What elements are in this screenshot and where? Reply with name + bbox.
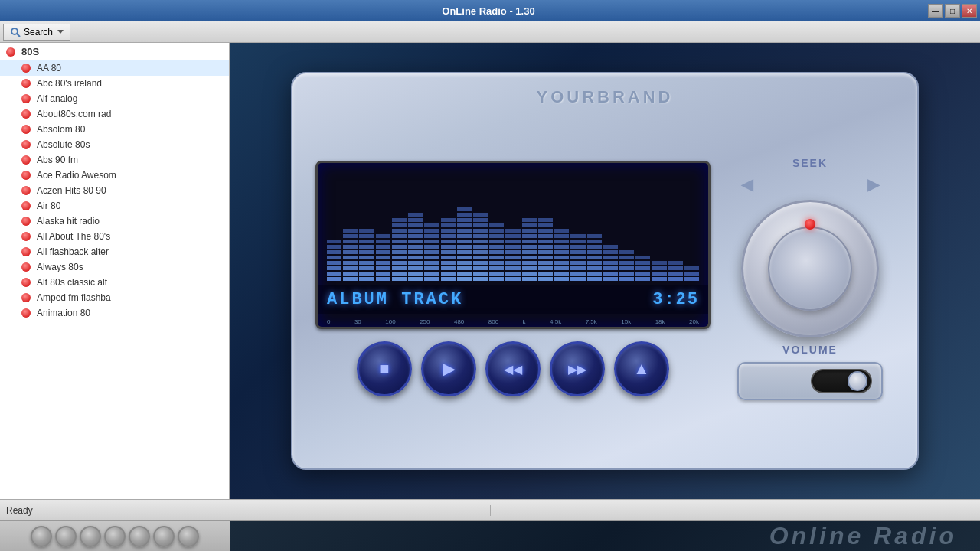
station-item[interactable]: Alt 80s classic alt [0, 275, 229, 290]
station-item[interactable]: Always 80s [0, 259, 229, 275]
eq-bar [652, 266, 666, 270]
eq-bar [424, 223, 439, 227]
status-left: Ready [0, 505, 491, 516]
station-dot [21, 278, 31, 287]
eq-bar [441, 272, 456, 276]
station-item[interactable]: About80s.com rad [0, 106, 229, 122]
eq-bar [619, 261, 634, 265]
eq-bar [570, 240, 585, 243]
bottom-knob [153, 526, 175, 547]
station-dot [21, 94, 31, 103]
eq-bar [587, 272, 602, 276]
station-item[interactable]: Alf analog [0, 91, 229, 106]
station-item[interactable]: All flashback alter [0, 244, 229, 259]
brand-label: YOURBRAND [537, 87, 674, 107]
eq-bar [522, 234, 537, 238]
category-dot [6, 47, 15, 57]
station-item[interactable]: Animation 80 [0, 305, 229, 321]
eq-bar [505, 229, 520, 233]
station-name: AA 80 [37, 63, 61, 73]
station-item[interactable]: Abs 90 fm [0, 152, 229, 168]
station-list-panel: 80S AA 80 Abc 80's ireland Alf analog Ab… [0, 43, 230, 499]
eq-bar [489, 240, 504, 243]
station-item[interactable]: Absolute 80s [0, 137, 229, 152]
eq-bar [343, 256, 358, 259]
station-item[interactable]: Amped fm flashba [0, 290, 229, 305]
maximize-button[interactable]: □ [945, 4, 960, 18]
eq-bar [554, 277, 569, 281]
track-time: 3:25 [652, 290, 699, 309]
stop-button[interactable]: ■ [357, 341, 412, 396]
station-dot [21, 293, 31, 302]
eq-bar-group [538, 218, 553, 282]
station-dot [21, 232, 31, 241]
station-dot [21, 247, 31, 256]
bottom-knob [104, 526, 126, 547]
eq-bar [392, 250, 407, 254]
station-item[interactable]: Aczen Hits 80 90 [0, 183, 229, 198]
eq-bar [538, 266, 553, 270]
station-item[interactable]: Air 80 [0, 198, 229, 214]
eq-bar [538, 240, 553, 243]
eq-bar [505, 261, 520, 265]
eq-bar-group [554, 229, 569, 282]
seek-arrows: ◀ ▶ [741, 175, 879, 194]
eq-bar [392, 277, 407, 281]
eq-bar [603, 245, 618, 249]
power-toggle[interactable] [811, 369, 872, 393]
eq-bar-group [441, 218, 456, 282]
station-item[interactable]: AA 80 [0, 60, 229, 76]
player-right: SEEK ◀ ▶ VOLUME [726, 157, 894, 400]
eq-bar [327, 240, 341, 243]
eq-bar [392, 256, 407, 259]
play-button[interactable]: ▶ [421, 341, 476, 396]
station-name: Alt 80s classic alt [37, 277, 107, 288]
eq-bar [538, 218, 553, 222]
eq-bar [554, 250, 569, 254]
eq-bar [457, 245, 472, 249]
station-dot [21, 308, 31, 318]
search-dropdown-arrow[interactable] [57, 30, 64, 34]
eq-bar-group [522, 218, 537, 282]
eq-bar [457, 277, 472, 281]
eq-bar [473, 272, 488, 276]
eq-bar [441, 240, 456, 243]
station-item[interactable]: Absolom 80 [0, 122, 229, 137]
eq-bar [457, 229, 472, 233]
play-icon: ▶ [443, 359, 456, 379]
eq-bar [570, 245, 585, 249]
eq-bar [522, 229, 537, 233]
minimize-button[interactable]: — [928, 4, 943, 18]
station-item[interactable]: All About The 80's [0, 229, 229, 244]
station-item[interactable]: Abc 80's ireland [0, 76, 229, 91]
station-item[interactable]: Ace Radio Awesom [0, 168, 229, 183]
eq-bar-group [343, 229, 358, 282]
station-item[interactable]: Alaska hit radio [0, 214, 229, 229]
station-name: About80s.com rad [37, 109, 111, 119]
close-button[interactable]: ✕ [962, 4, 977, 18]
eq-bar [343, 245, 358, 249]
eq-bar [376, 240, 390, 243]
search-button[interactable]: Search [3, 24, 70, 41]
fast-forward-button[interactable]: ▶▶ [550, 341, 605, 396]
bottom-knobs [0, 521, 230, 551]
eq-bar-group [376, 234, 390, 282]
volume-knob[interactable] [741, 200, 879, 337]
eject-button[interactable]: ▲ [614, 341, 669, 396]
eq-bar [570, 277, 585, 281]
eq-bar [408, 261, 423, 265]
bottom-knob [55, 526, 77, 547]
rewind-button[interactable]: ◀◀ [485, 341, 541, 396]
eq-bar [635, 256, 650, 259]
eq-bar [408, 245, 423, 249]
station-name: Alf analog [37, 93, 77, 104]
title-bar: OnLine Radio - 1.30 — □ ✕ [0, 0, 980, 21]
station-dot [21, 109, 31, 119]
equalizer [318, 163, 708, 285]
station-list-scroll[interactable]: 80S AA 80 Abc 80's ireland Alf analog Ab… [0, 43, 229, 499]
station-category-80s[interactable]: 80S [0, 43, 229, 60]
eq-bar [359, 261, 374, 265]
eq-bar [538, 256, 553, 259]
eq-bar [522, 218, 537, 222]
eq-bar [343, 234, 358, 238]
